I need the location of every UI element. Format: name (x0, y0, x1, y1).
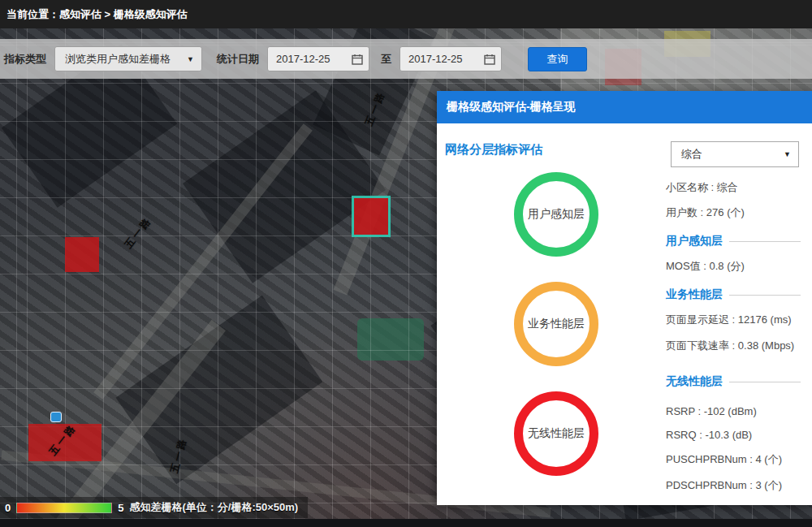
legend-min: 0 (5, 502, 11, 514)
section-wireless-performance: 无线性能层 (666, 374, 801, 389)
date-to-value: 2017-12-25 (408, 53, 463, 65)
grid-evaluation-panel: 栅格级感知评估-栅格呈现 网络分层指标评估 综合 ▼ 用户感知层 业务性能层 无… (437, 91, 812, 505)
user-count-value: 用户数 : 276 (个) (666, 205, 801, 220)
cell-select-value: 综合 (681, 147, 702, 162)
indicator-type-value: 浏览类用户感知差栅格 (65, 52, 171, 67)
to-label: 至 (381, 52, 391, 67)
cell-select[interactable]: 综合 ▼ (671, 141, 799, 167)
map-road-label: 五一路 (167, 436, 190, 475)
section-title: 无线性能层 (666, 374, 723, 389)
calendar-icon[interactable] (484, 54, 495, 65)
service-performance-ring[interactable]: 业务性能层 (514, 282, 598, 366)
stat-date-label: 统计日期 (217, 52, 259, 67)
rsrp-value: RSRP : -102 (dBm) (666, 405, 801, 417)
page-delay-value: 页面显示延迟 : 12176 (ms) (666, 313, 801, 327)
map-road-label: 五一路 (362, 89, 389, 127)
network-layer-link[interactable]: 网络分层指标评估 (445, 142, 542, 158)
wireless-performance-ring[interactable]: 无线性能层 (514, 391, 598, 476)
page-rate-value: 页面下载速率 : 0.38 (Mbps) (666, 339, 801, 353)
section-divider (729, 382, 801, 382)
user-perception-ring[interactable]: 用户感知层 (514, 172, 598, 257)
cell-name-value: 小区名称 : 综合 (666, 180, 801, 195)
indicator-type-label: 指标类型 (4, 52, 46, 67)
ring-label: 无线性能层 (528, 426, 585, 441)
breadcrumb: 当前位置：感知评估 > 栅格级感知评估 (0, 0, 812, 28)
metrics-column: 小区名称 : 综合 用户数 : 276 (个) 用户感知层 MOS值 : 0.8… (666, 180, 801, 504)
legend-label: 感知差栅格(单位：分/栅格:50×50m) (129, 500, 298, 515)
map-road-label: 五一路 (122, 214, 155, 252)
section-user-perception: 用户感知层 (666, 234, 801, 248)
section-service-performance: 业务性能层 (666, 287, 801, 302)
pusch-prb-value: PUSCHPRBNum : 4 (个) (666, 452, 801, 467)
section-title: 业务性能层 (666, 287, 723, 302)
rsrq-value: RSRQ : -10.3 (dB) (666, 429, 801, 441)
pdsch-prb-value: PDSCHPRBNum : 3 (个) (666, 478, 801, 493)
mos-value: MOS值 : 0.8 (分) (666, 259, 801, 274)
date-from-field[interactable]: 2017-12-25 (267, 46, 369, 71)
map-bottom-road (0, 519, 812, 527)
layer-rings: 用户感知层 业务性能层 无线性能层 (514, 172, 598, 476)
query-button[interactable]: 查询 (528, 47, 587, 71)
panel-header: 栅格级感知评估-栅格呈现 (437, 91, 812, 123)
section-title: 用户感知层 (666, 234, 723, 248)
query-toolbar: 指标类型 浏览类用户感知差栅格 ▼ 统计日期 2017-12-25 至 2017… (0, 39, 812, 79)
calendar-icon[interactable] (352, 54, 363, 65)
section-divider (729, 295, 801, 296)
chevron-down-icon: ▼ (187, 55, 194, 63)
chevron-down-icon: ▼ (784, 150, 791, 158)
map-marker-icon[interactable] (50, 412, 62, 422)
date-from-value: 2017-12-25 (276, 53, 330, 65)
section-divider (729, 241, 801, 242)
indicator-type-select[interactable]: 浏览类用户感知差栅格 ▼ (54, 46, 202, 71)
map-road-label: 五一路 (46, 421, 80, 459)
ring-label: 用户感知层 (528, 207, 585, 222)
panel-title: 栅格级感知评估-栅格呈现 (437, 100, 576, 114)
legend-gradient (16, 503, 112, 513)
breadcrumb-text: 当前位置：感知评估 > 栅格级感知评估 (0, 7, 188, 22)
legend-max: 5 (118, 502, 123, 514)
date-to-field[interactable]: 2017-12-25 (400, 46, 502, 71)
ring-label: 业务性能层 (528, 317, 585, 331)
map-legend: 0 5 感知差栅格(单位：分/栅格:50×50m) (0, 497, 308, 518)
